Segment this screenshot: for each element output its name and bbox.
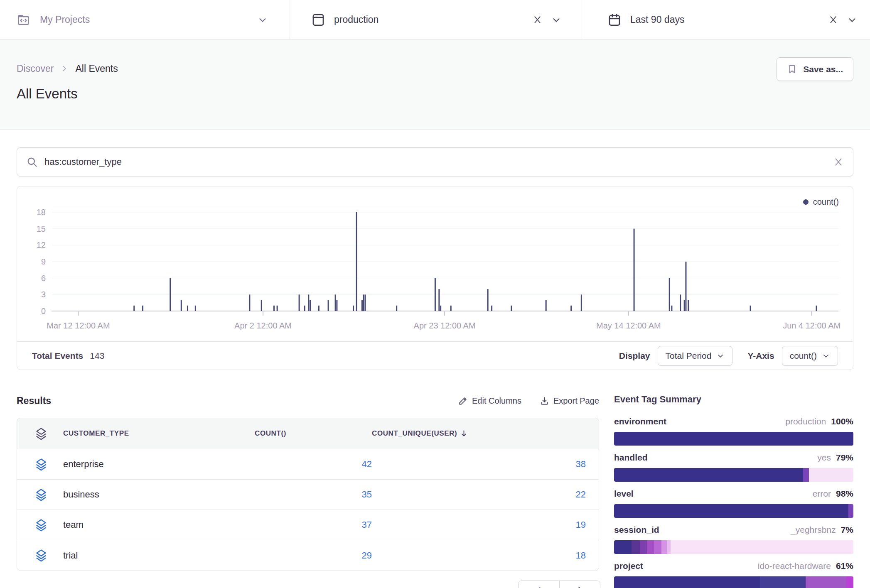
layers-icon (35, 427, 47, 440)
environment-chevron-down-icon[interactable] (551, 15, 562, 25)
tag-name: handled (614, 453, 648, 463)
tag-percent: 79% (836, 453, 853, 463)
sort-descending-arrow-icon (460, 429, 468, 438)
row-stack-button[interactable] (17, 480, 47, 510)
row-stack-button[interactable] (17, 540, 47, 571)
count-link[interactable]: 35 (362, 489, 372, 500)
environment-clear-icon[interactable] (532, 15, 543, 25)
save-as-label: Save as... (803, 64, 843, 74)
tag-percent: 7% (841, 525, 853, 535)
tag-name: session_id (614, 525, 659, 535)
chart-legend: count() (803, 197, 839, 207)
y-axis-value: count() (790, 351, 817, 361)
search-input[interactable] (44, 157, 833, 167)
tag-distribution-bar (614, 540, 853, 554)
date-clear-icon[interactable] (828, 15, 838, 25)
count-link[interactable]: 42 (362, 459, 372, 469)
date-chevron-down-icon[interactable] (847, 15, 858, 25)
download-icon (540, 396, 549, 406)
svg-text:0: 0 (41, 306, 46, 316)
results-table: CUSTOMER_TYPE COUNT() COUNT_UNIQUE(USER) (17, 418, 599, 571)
window-icon (311, 12, 326, 27)
event-tag-summary: Event Tag Summary environment production… (614, 394, 853, 588)
environment-selector-label: production (334, 14, 378, 25)
chevron-down-icon (822, 352, 830, 360)
tag-group-handled: handled yes 79% (614, 453, 853, 482)
layers-icon (35, 458, 47, 471)
count-unique-link[interactable]: 38 (576, 459, 586, 469)
total-events-value: 143 (90, 351, 104, 361)
customer-type-cell: business (47, 480, 255, 510)
table-row: business 35 22 (17, 480, 599, 510)
date-range-selector[interactable]: Last 90 days (582, 0, 870, 39)
count-unique-link[interactable]: 18 (576, 550, 586, 561)
legend-count-dot-icon (803, 199, 809, 205)
projects-folder-icon (17, 12, 32, 27)
project-selector[interactable]: My Projects (0, 0, 290, 39)
row-stack-button[interactable] (17, 510, 47, 540)
tag-distribution-bar (614, 504, 853, 518)
column-header-count[interactable]: COUNT() (255, 418, 372, 449)
svg-text:12: 12 (37, 240, 46, 250)
count-link[interactable]: 37 (362, 519, 372, 530)
layers-icon (35, 488, 47, 501)
total-events-label: Total Events (32, 351, 83, 361)
svg-text:18: 18 (37, 208, 46, 217)
edit-columns-button[interactable]: Edit Columns (458, 396, 521, 406)
table-row: trial 29 18 (17, 540, 599, 571)
pagination-next-button[interactable] (559, 581, 600, 588)
page-title: All Events (17, 86, 853, 102)
customer-type-cell: team (47, 510, 255, 540)
display-mode-dropdown[interactable]: Total Period (658, 346, 733, 366)
search-clear-icon[interactable] (833, 157, 844, 167)
layers-icon (35, 549, 47, 562)
y-axis-dropdown[interactable]: count() (782, 346, 838, 366)
column-header-customer-type[interactable]: CUSTOMER_TYPE (47, 418, 255, 449)
svg-text:Apr 2 12:00 AM: Apr 2 12:00 AM (234, 321, 292, 330)
search-bar (17, 147, 853, 176)
column-header-count-unique-user[interactable]: COUNT_UNIQUE(USER) (372, 418, 599, 449)
tag-summary-heading: Event Tag Summary (614, 394, 853, 407)
tag-top-value: yes (817, 453, 831, 463)
table-row: team 37 19 (17, 510, 599, 540)
events-chart-card: count() 0369121518Mar 12 12:00 AMApr 2 1… (17, 186, 853, 370)
pagination-previous-button[interactable] (519, 581, 559, 588)
save-as-button[interactable]: Save as... (777, 57, 853, 81)
project-selector-label: My Projects (40, 14, 90, 25)
page-header: Discover All Events All Events Save as..… (0, 40, 870, 130)
tag-percent: 100% (831, 416, 853, 426)
tag-top-value: error (813, 489, 831, 499)
tag-group-session-id: session_id _yeghrsbnz 7% (614, 525, 853, 554)
row-stack-button[interactable] (17, 449, 47, 480)
tag-percent: 98% (836, 489, 853, 499)
breadcrumb-chevron-icon (60, 64, 69, 73)
bookmark-icon (787, 64, 797, 74)
tag-top-value: _yeghrsbnz (791, 525, 836, 535)
svg-text:May 14 12:00 AM: May 14 12:00 AM (596, 321, 661, 330)
tag-name: environment (614, 416, 666, 426)
layers-icon (35, 519, 47, 532)
svg-text:Mar 12 12:00 AM: Mar 12 12:00 AM (47, 321, 110, 330)
pagination (518, 581, 600, 588)
chevron-down-icon (716, 352, 725, 360)
count-unique-link[interactable]: 22 (576, 489, 586, 500)
count-unique-link[interactable]: 19 (576, 519, 586, 530)
tag-distribution-bar (614, 468, 853, 482)
environment-selector[interactable]: production (290, 0, 582, 39)
display-label: Display (619, 351, 650, 361)
tag-distribution-bar (614, 432, 853, 446)
breadcrumb: Discover All Events (17, 62, 853, 75)
events-chart: count() 0369121518Mar 12 12:00 AMApr 2 1… (17, 186, 853, 341)
tag-name: level (614, 489, 634, 499)
export-page-label: Export Page (553, 396, 599, 406)
display-mode-value: Total Period (666, 351, 712, 361)
tag-group-environment: environment production 100% (614, 416, 853, 446)
breadcrumb-discover-link[interactable]: Discover (17, 63, 54, 74)
export-page-button[interactable]: Export Page (540, 396, 599, 406)
customer-type-cell: enterprise (47, 449, 255, 480)
count-link[interactable]: 29 (362, 550, 372, 561)
chart-canvas: 0369121518Mar 12 12:00 AMApr 2 12:00 AMA… (17, 186, 854, 341)
svg-text:6: 6 (41, 274, 46, 283)
table-row: enterprise 42 38 (17, 449, 599, 480)
project-chevron-down-icon[interactable] (257, 15, 268, 25)
